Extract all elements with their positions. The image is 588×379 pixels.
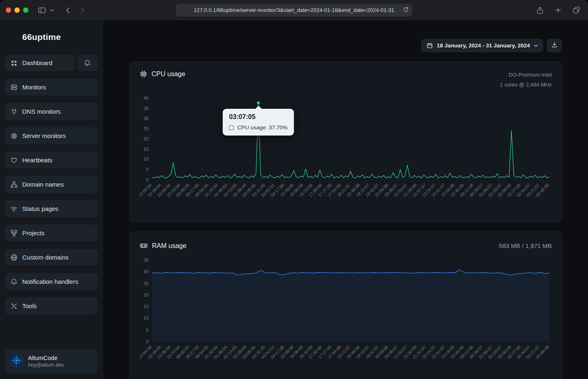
close-window-button[interactable] [6,7,11,13]
sidebar-item-heartbeats[interactable]: Heartbeats [5,152,98,168]
download-report-button[interactable] [547,39,562,52]
sidebar-nav: DashboardMonitorsDNS monitorsServer moni… [5,54,98,322]
svg-text:20: 20 [143,136,149,141]
tab-overview-icon[interactable] [570,4,582,16]
cpu-card-title: CPU usage [152,70,185,78]
svg-text:25: 25 [143,281,149,285]
svg-text:15: 15 [143,304,149,309]
signal-icon [10,205,18,213]
date-range-text: 18 January, 2024 - 31 January, 2024 [437,42,530,49]
ram-card-meta: 583 MB / 1,971 MB [499,240,552,252]
sidebar-chevron-icon[interactable] [48,4,56,16]
svg-text:35: 35 [143,257,149,262]
date-range-picker[interactable]: 18 January, 2024 - 31 January, 2024 [421,39,543,52]
reload-icon[interactable] [403,7,409,14]
sidebar-toggle-icon[interactable] [36,4,48,16]
sitemap-icon [10,181,18,188]
browser-chrome: 127.0.0.1/66uptime/server-monitor/3&star… [0,0,588,21]
bell-icon [10,278,18,285]
sidebar-item-custom-domains[interactable]: Custom domains [5,249,98,266]
cpu-spec-label: 1 cores @ 2,494 MHz [500,80,552,90]
server-plan-label: DO-Premium-Intel [500,70,552,80]
series-swatch-icon [229,125,234,130]
sidebar-item-status-pages[interactable]: Status pages [5,200,98,217]
cpu-usage-chart[interactable]: 051015202530354022:04:5622:39:0423:06:04… [140,93,552,215]
sidebar-item-dns-monitors[interactable]: DNS monitors [5,103,98,120]
chart-tooltip: 03:07:05 CPU usage: 37.70% [223,109,294,136]
cpu-usage-card: CPU usage DO-Premium-Intel 1 cores @ 2,4… [129,61,562,222]
sidebar-item-server-monitors[interactable]: Server monitors [5,127,98,144]
svg-text:5: 5 [146,328,149,332]
sidebar-item-label: Server monitors [22,132,66,139]
address-bar[interactable]: 127.0.0.1/66uptime/server-monitor/3&star… [176,4,413,16]
sidebar-item-label: Monitors [22,84,46,91]
rows-icon [10,84,18,91]
sidebar-item-dashboard[interactable]: Dashboard [5,54,75,71]
svg-text:40: 40 [143,96,149,101]
notifications-bell-button[interactable] [77,54,98,71]
globe-icon [10,254,18,261]
sidebar-item-label: Domain names [22,181,64,188]
sidebar-item-domain-names[interactable]: Domain names [5,176,98,193]
svg-text:35: 35 [143,106,149,111]
grid-icon [10,59,18,67]
calendar-icon [427,42,433,49]
download-icon [551,42,558,49]
tools-icon [10,302,18,310]
zoom-window-button[interactable] [23,7,28,13]
sidebar-item-label: Custom domains [22,254,69,261]
sidebar-item-label: Tools [22,302,37,309]
sidebar: 66uptime DashboardMonitorsDNS monitorsSe… [0,21,103,379]
diagram-icon [10,229,18,237]
back-button[interactable] [61,4,74,16]
sidebar-item-projects[interactable]: Projects [5,225,98,241]
minimize-window-button[interactable] [14,7,20,13]
url-text: 127.0.0.1/66uptime/server-monitor/3&star… [194,7,394,13]
svg-text:25: 25 [143,126,149,131]
forward-button[interactable] [76,4,89,16]
ram-usage-chart[interactable]: 0510152025303522:04:5622:39:0423:06:0423… [140,255,552,377]
svg-text:0: 0 [146,339,149,344]
tooltip-value: CPU usage: 37.70% [237,124,287,131]
new-tab-plus-icon[interactable] [552,4,564,16]
main-content: 18 January, 2024 - 31 January, 2024 [103,21,588,379]
svg-text:20: 20 [143,292,149,297]
svg-text:10: 10 [143,316,149,321]
svg-text:10: 10 [143,157,149,162]
toolbar: 18 January, 2024 - 31 January, 2024 [129,39,562,52]
altumcode-logo-icon [9,353,23,369]
sidebar-item-label: Notification handlers [22,278,78,285]
profile-name: AltumCode [28,355,64,361]
sidebar-item-label: Projects [22,229,44,236]
browser-window: 127.0.0.1/66uptime/server-monitor/3&star… [0,0,588,379]
traffic-lights [6,7,28,13]
heart-icon [10,157,18,164]
svg-text:15: 15 [143,147,149,152]
ram-icon [140,242,148,250]
ram-card-title: RAM usage [152,242,187,250]
sidebar-item-label: DNS monitors [22,108,61,115]
svg-text:30: 30 [143,269,149,274]
plug-icon [10,108,18,115]
chrome-right-controls [534,4,582,16]
sidebar-item-tools[interactable]: Tools [5,297,98,314]
svg-text:30: 30 [143,116,149,121]
bell-icon [84,59,91,67]
cpu-card-meta: DO-Premium-Intel 1 cores @ 2,494 MHz [500,70,552,90]
cpu-chart-area: 051015202530354022:04:5622:39:0423:06:04… [140,93,552,215]
profile-email: hey@altum.dev [28,362,64,368]
sidebar-item-label: Status pages [22,205,58,212]
chevron-down-icon [534,44,538,47]
app-logo: 66uptime [22,32,98,42]
share-icon[interactable] [534,4,546,16]
sidebar-item-label: Dashboard [22,59,52,66]
ram-usage-card: RAM usage 583 MB / 1,971 MB 051015202530… [129,232,562,379]
sidebar-item-notification-handlers[interactable]: Notification handlers [5,273,98,290]
profile-card[interactable]: AltumCode hey@altum.dev [5,349,98,373]
cpu-icon [10,132,18,140]
sidebar-item-monitors[interactable]: Monitors [5,79,98,96]
cpu-icon [140,70,147,78]
sidebar-item-label: Heartbeats [22,157,52,164]
ram-chart-area: 0510152025303522:04:5622:39:0423:06:0423… [140,255,552,377]
svg-text:5: 5 [146,167,149,172]
